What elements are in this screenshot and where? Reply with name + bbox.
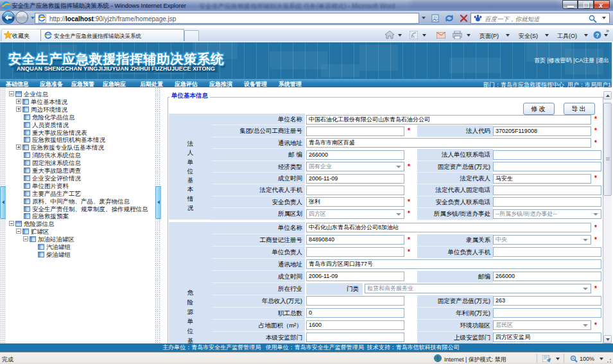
svg-text:?: ?: [596, 32, 600, 39]
